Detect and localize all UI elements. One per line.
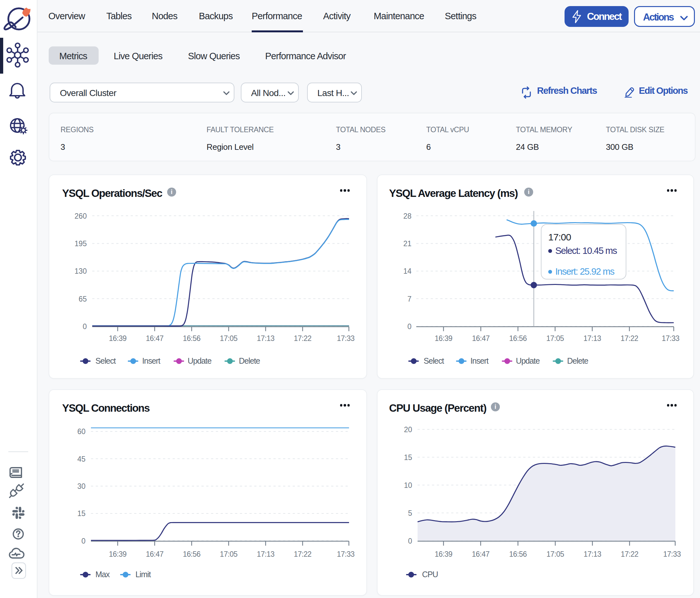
svg-text:16:39: 16:39 — [434, 334, 452, 342]
svg-text:16:47: 16:47 — [146, 550, 163, 558]
svg-text:16:56: 16:56 — [183, 334, 200, 342]
svg-text:17:22: 17:22 — [621, 334, 638, 342]
svg-text:0: 0 — [83, 322, 87, 331]
svg-text:17:22: 17:22 — [621, 550, 638, 558]
svg-text:10: 10 — [404, 481, 412, 490]
svg-text:16:39: 16:39 — [109, 334, 126, 342]
svg-text:130: 130 — [75, 267, 87, 275]
svg-text:17:33: 17:33 — [661, 334, 679, 342]
svg-text:17:22: 17:22 — [294, 550, 311, 558]
svg-text:17:13: 17:13 — [257, 550, 274, 558]
svg-text:260: 260 — [75, 212, 87, 220]
svg-text:15: 15 — [77, 509, 85, 518]
svg-text:16:47: 16:47 — [146, 334, 163, 342]
svg-text:16:39: 16:39 — [434, 550, 452, 558]
svg-text:17:33: 17:33 — [337, 550, 354, 558]
svg-text:0: 0 — [408, 537, 412, 545]
svg-text:15: 15 — [404, 453, 412, 462]
svg-text:17:05: 17:05 — [546, 550, 564, 558]
svg-text:16:56: 16:56 — [509, 550, 527, 558]
svg-text:0: 0 — [81, 537, 85, 545]
svg-text:17:05: 17:05 — [220, 334, 237, 342]
svg-text:16:56: 16:56 — [509, 334, 527, 342]
svg-text:28: 28 — [403, 212, 411, 220]
svg-text:17:22: 17:22 — [294, 334, 311, 342]
svg-text:195: 195 — [75, 239, 87, 248]
svg-text:17:05: 17:05 — [546, 334, 564, 342]
svg-text:60: 60 — [77, 427, 85, 436]
svg-text:16:56: 16:56 — [183, 550, 200, 558]
svg-text:17:05: 17:05 — [220, 550, 237, 558]
svg-text:16:39: 16:39 — [109, 550, 126, 558]
svg-text:5: 5 — [408, 509, 412, 517]
svg-text:17:33: 17:33 — [663, 550, 681, 558]
svg-text:17:13: 17:13 — [257, 334, 274, 342]
svg-text:21: 21 — [403, 239, 411, 248]
svg-text:16:47: 16:47 — [472, 334, 490, 342]
svg-text:30: 30 — [77, 482, 85, 490]
svg-text:0: 0 — [407, 322, 411, 331]
svg-text:16:47: 16:47 — [472, 550, 489, 558]
svg-text:14: 14 — [403, 267, 411, 275]
svg-text:20: 20 — [404, 425, 412, 434]
svg-text:17:33: 17:33 — [337, 334, 354, 342]
svg-text:45: 45 — [77, 455, 85, 463]
svg-text:17:13: 17:13 — [583, 334, 601, 342]
svg-text:65: 65 — [78, 295, 87, 303]
svg-text:17:13: 17:13 — [583, 550, 601, 558]
svg-text:7: 7 — [407, 295, 411, 303]
